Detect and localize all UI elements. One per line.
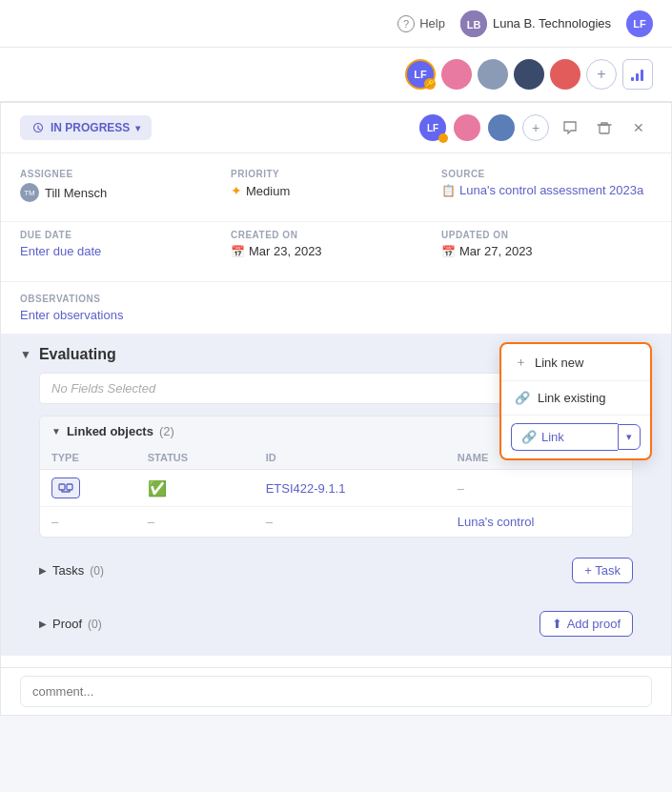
link-existing-item[interactable]: 🔗 Link existing: [501, 381, 650, 415]
col-status: STATUS: [136, 446, 255, 470]
row2-type-dash: –: [51, 515, 58, 529]
updated-field: UPDATED ON 📅 Mar 27, 2023: [441, 230, 652, 270]
add-task-button[interactable]: + Task: [572, 558, 633, 583]
avatar-row: LF 🔑 +: [0, 48, 672, 102]
status-avatar-user1[interactable]: [454, 114, 480, 141]
tasks-chevron[interactable]: ▶: [39, 565, 47, 576]
link-icon-btn: 🔗: [521, 430, 537, 444]
linked-objects-title: Linked objects: [67, 424, 153, 438]
svg-rect-7: [67, 484, 72, 490]
status-avatar-user2[interactable]: [488, 114, 515, 141]
source-icon: 📋: [441, 184, 456, 197]
priority-value-row: ✦ Medium: [231, 183, 441, 198]
due-date-value[interactable]: Enter due date: [20, 244, 101, 258]
tasks-left: ▶ Tasks (0): [39, 563, 104, 578]
eval-chevron[interactable]: ▼: [20, 348, 31, 361]
org-button[interactable]: LB Luna B. Technologies: [460, 10, 611, 37]
avatar-user4[interactable]: [550, 59, 580, 90]
help-button[interactable]: ? Help: [397, 15, 445, 32]
link-new-item[interactable]: ＋ Link new: [501, 344, 650, 380]
row2-id-dash: –: [266, 515, 273, 529]
svg-rect-2: [631, 77, 634, 81]
source-value[interactable]: Luna's control assessment 2023a: [459, 183, 643, 197]
row1-name-dash: –: [458, 481, 464, 496]
cal-icon-updated: 📅: [441, 245, 456, 258]
add-proof-label: Add proof: [567, 617, 621, 631]
proof-title: Proof: [52, 617, 82, 631]
status-avatar-lf[interactable]: LF: [419, 114, 446, 141]
comment-icon[interactable]: [557, 114, 583, 141]
proof-chevron[interactable]: ▶: [39, 619, 47, 629]
evaluating-title: Evaluating: [39, 346, 116, 363]
top-header: ? Help LB Luna B. Technologies LF: [0, 0, 672, 48]
org-avatar: LB: [460, 10, 487, 37]
comment-input[interactable]: [20, 676, 652, 707]
row1-id-link[interactable]: ETSI422-9.1.1: [266, 481, 346, 496]
key-icon: 🔑: [424, 78, 436, 90]
created-value-row: 📅 Mar 23, 2023: [231, 244, 441, 258]
assignee-field: ASSIGNEE TM Till Mensch: [20, 169, 231, 213]
svg-rect-4: [641, 70, 643, 81]
link-main-button[interactable]: 🔗 Link: [511, 423, 618, 451]
avatar-lf[interactable]: LF 🔑: [405, 59, 436, 90]
svg-rect-6: [59, 484, 65, 490]
status-right: LF + ✕: [419, 114, 652, 141]
add-task-label: + Task: [584, 563, 621, 578]
source-field: SOURCE 📋 Luna's control assessment 2023a: [441, 169, 652, 213]
row2-status: –: [136, 507, 255, 538]
status-key-icon: [438, 133, 448, 143]
link-dropdown-popup: ＋ Link new 🔗 Link existing 🔗 Link ▾: [499, 342, 652, 460]
org-name: Luna B. Technologies: [493, 16, 611, 30]
tasks-row: ▶ Tasks (0) + Task: [39, 549, 633, 591]
help-icon: ?: [397, 15, 415, 32]
modal-panel: IN PROGRESS ▾ LF + ✕: [0, 102, 672, 716]
row2-id: –: [255, 507, 446, 538]
created-field: CREATED ON 📅 Mar 23, 2023: [231, 230, 441, 270]
avatar-user3[interactable]: [514, 59, 544, 90]
link-chevron-button[interactable]: ▾: [618, 424, 641, 450]
priority-value: Medium: [246, 184, 290, 198]
upload-icon: ⬆: [552, 617, 562, 631]
add-avatar-button[interactable]: +: [586, 59, 617, 90]
link-btn-label: Link: [541, 430, 564, 444]
add-proof-button[interactable]: ⬆ Add proof: [540, 611, 633, 637]
fields-row2: DUE DATE Enter due date CREATED ON 📅 Mar…: [1, 222, 671, 282]
due-date-label: DUE DATE: [20, 230, 231, 240]
created-value: Mar 23, 2023: [249, 244, 322, 258]
user-initials: LF: [633, 18, 645, 30]
signal-button[interactable]: [622, 59, 653, 90]
status-chevron: ▾: [135, 123, 140, 133]
obs-value[interactable]: Enter observations: [20, 308, 123, 322]
plus-icon: ＋: [515, 354, 527, 371]
row1-status: ✅: [136, 470, 255, 507]
avatar-user1[interactable]: [441, 59, 472, 90]
user-avatar[interactable]: LF: [626, 10, 653, 37]
updated-value-row: 📅 Mar 27, 2023: [441, 244, 652, 258]
help-label: Help: [419, 16, 445, 30]
table-row: ✅ ETSI422-9.1.1 –: [40, 470, 632, 507]
proof-section: ▶ Proof (0) ⬆ Add proof: [20, 602, 652, 644]
row1-id: ETSI422-9.1.1: [255, 470, 446, 507]
lo-chevron[interactable]: ▼: [51, 426, 61, 437]
tasks-title: Tasks: [52, 563, 84, 578]
status-button[interactable]: IN PROGRESS ▾: [20, 115, 152, 140]
updated-label: UPDATED ON: [441, 230, 652, 240]
close-icon[interactable]: ✕: [625, 114, 652, 141]
assignee-value-row: TM Till Mensch: [20, 183, 231, 202]
assignee-avatar: TM: [20, 183, 39, 202]
type-cell-icon: [51, 477, 80, 498]
avatar-user2[interactable]: [478, 59, 508, 90]
col-id: ID: [255, 446, 446, 470]
trash-icon[interactable]: [591, 114, 618, 141]
updated-value: Mar 27, 2023: [459, 244, 533, 258]
cal-icon-created: 📅: [231, 245, 245, 258]
row2-name-link[interactable]: Luna's control: [458, 515, 535, 529]
linked-objects-count: (2): [159, 424, 174, 438]
obs-label: OBSERVATIONS: [20, 294, 652, 304]
status-check-icon: ✅: [148, 480, 167, 497]
priority-field: PRIORITY ✦ Medium: [231, 169, 441, 213]
no-fields-text: No Fields Selected: [51, 381, 155, 396]
col-type: TYPE: [40, 446, 136, 470]
status-add-avatar[interactable]: +: [522, 114, 549, 141]
created-label: CREATED ON: [231, 230, 441, 240]
